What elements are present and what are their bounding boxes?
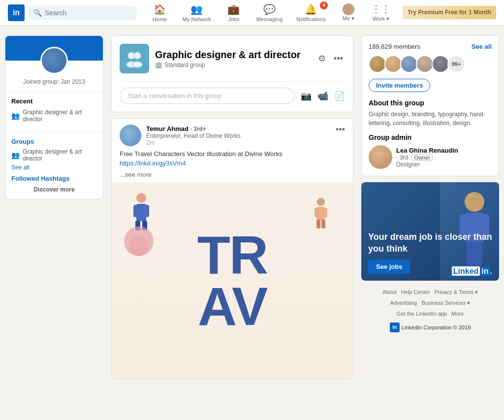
recent-item-label: Graphic designer & art director — [23, 109, 97, 123]
see-all-members-link[interactable]: See all — [472, 43, 492, 50]
travel-illustration: TR AV — [112, 182, 353, 379]
hashtags-title[interactable]: Followed Hashtags — [11, 175, 97, 182]
footer-more[interactable]: More — [451, 311, 464, 317]
nav-jobs[interactable]: 💼 Jobs — [219, 0, 249, 25]
post-avatar — [120, 125, 141, 146]
admin-title-text: Designer — [396, 161, 458, 168]
profile-card: Joined group: Jan 2013 Recent 👥 Graphic … — [5, 35, 103, 199]
post-author-info: Temur Ahmad · 3rd+ Enterpreneur, Head of… — [146, 125, 241, 146]
jobs-icon: 💼 — [227, 3, 240, 15]
group-list-item[interactable]: 👥 Graphic designer & art director — [11, 148, 97, 162]
home-icon: 🏠 — [154, 3, 166, 15]
recent-title: Recent — [11, 97, 97, 105]
more-options-button[interactable]: ••• — [332, 52, 345, 66]
messaging-icon: 💬 — [263, 3, 276, 15]
svg-point-4 — [136, 193, 146, 203]
page-layout: Joined group: Jan 2013 Recent 👥 Graphic … — [1, 35, 503, 380]
linkedin-logo[interactable]: in — [8, 4, 25, 21]
nav-jobs-label: Jobs — [228, 16, 239, 22]
search-bar[interactable]: 🔍 — [29, 6, 137, 20]
nav-me[interactable]: Me ▾ — [334, 0, 363, 25]
group-actions: ⚙ ••• — [316, 51, 345, 66]
post-more-button[interactable]: ••• — [336, 125, 345, 135]
see-jobs-button[interactable]: See jobs — [368, 259, 410, 274]
profile-avatar — [343, 3, 354, 15]
about-title: About this group — [369, 99, 492, 107]
footer-copyright: LinkedIn Corporation © 2019 — [402, 322, 471, 333]
admin-avatar[interactable] — [369, 145, 392, 169]
notifications-badge: 4 — [320, 1, 328, 9]
linkedin-in-badge: in — [480, 266, 490, 276]
svg-point-3 — [132, 62, 142, 67]
linkedin-ad-logo: Linkedin. — [452, 267, 492, 276]
svg-rect-6 — [133, 205, 138, 217]
svg-rect-7 — [144, 205, 149, 217]
footer-privacy[interactable]: Privacy & Terms ▾ — [435, 289, 478, 295]
admin-degree: · 3rd Owner — [396, 154, 458, 161]
footer-help[interactable]: Help Center — [401, 289, 430, 295]
document-button[interactable]: 📄 — [334, 91, 345, 101]
left-sidebar: Joined group: Jan 2013 Recent 👥 Graphic … — [5, 35, 103, 380]
sidebar-avatar[interactable] — [40, 47, 68, 74]
nav-home[interactable]: 🏠 Home — [145, 0, 175, 25]
group-icon-large — [120, 44, 149, 73]
recent-section: Recent 👥 Graphic designer & art director — [5, 91, 103, 131]
see-all-link[interactable]: See all — [11, 164, 97, 171]
search-input[interactable] — [45, 9, 132, 17]
member-avatar-1 — [369, 55, 386, 73]
member-avatar-4 — [416, 55, 434, 73]
svg-rect-12 — [315, 208, 318, 218]
compose-input[interactable]: Start a conversation in this group — [120, 88, 295, 104]
nav-work[interactable]: ⋮⋮ Work ▾ — [365, 0, 397, 25]
compose-bar: Start a conversation in this group 📷 📹 📄 — [120, 81, 345, 104]
groups-section: Groups 👥 Graphic designer & art director… — [5, 131, 103, 199]
group-type-icon: 🏢 — [155, 62, 162, 68]
premium-button[interactable]: Try Premium Free for 1 Month — [403, 6, 496, 20]
groups-title[interactable]: Groups — [11, 138, 97, 145]
notifications-icon: 🔔 — [305, 3, 317, 15]
footer-advertising[interactable]: Advertising — [390, 300, 417, 306]
footer-app[interactable]: Get the LinkedIn app — [397, 311, 447, 317]
members-card: 189,629 members See all 99+ Invite membe… — [361, 35, 499, 176]
post-text: Free Travel Characters Vector Illustrati… — [112, 150, 353, 171]
svg-point-17 — [129, 236, 149, 256]
see-more[interactable]: ...see more — [112, 171, 353, 182]
pink-tree — [122, 222, 156, 262]
work-icon: ⋮⋮ — [371, 3, 391, 15]
footer-brand: in LinkedIn Corporation © 2019 — [361, 322, 499, 333]
settings-button[interactable]: ⚙ — [316, 51, 328, 66]
nav-messaging[interactable]: 💬 Messaging — [251, 0, 288, 25]
member-count-extra: 99+ — [447, 55, 465, 73]
group-header-card: Graphic designer & art director 🏢 Standa… — [111, 35, 353, 112]
nav-network-label: My Network — [183, 16, 211, 22]
nav-items: 🏠 Home 👥 My Network 💼 Jobs 💬 Messaging 🔔… — [145, 0, 496, 25]
discover-more-link[interactable]: Discover more — [11, 186, 97, 193]
footer-about[interactable]: About — [382, 289, 397, 295]
nav-notifications[interactable]: 🔔 4 Notifications — [290, 0, 332, 25]
joined-date: Joined group: Jan 2013 — [5, 78, 103, 91]
nav-home-label: Home — [153, 16, 167, 22]
invite-members-button[interactable]: Invite members — [369, 79, 430, 92]
travel-letters-av: AV — [197, 281, 268, 332]
admin-details: Lea Ghina Renaudin · 3rd Owner Designer — [396, 147, 458, 168]
search-icon: 🔍 — [33, 9, 42, 17]
group-info: Graphic designer & art director 🏢 Standa… — [155, 49, 310, 68]
photo-button[interactable]: 📷 — [301, 91, 312, 101]
recent-item[interactable]: 👥 Graphic designer & art director — [11, 109, 97, 123]
svg-rect-15 — [321, 220, 325, 228]
footer-linkedin-logo: in — [390, 323, 400, 332]
post-author-meta: Enterpreneur, Head of Divine Works — [146, 132, 241, 139]
svg-point-10 — [317, 198, 325, 206]
post-card: Temur Ahmad · 3rd+ Enterpreneur, Head of… — [111, 118, 353, 380]
group-header-top: Graphic designer & art director 🏢 Standa… — [120, 44, 345, 73]
nav-network[interactable]: 👥 My Network — [177, 0, 217, 25]
post-link[interactable]: https://lnkd.in/gy3sVm4 — [120, 160, 345, 167]
footer-business[interactable]: Business Services ▾ — [421, 300, 470, 306]
svg-rect-13 — [323, 208, 327, 218]
video-button[interactable]: 📹 — [317, 91, 328, 101]
member-avatar-5 — [432, 55, 449, 73]
footer-row-1: About Help Center Privacy & Terms ▾ — [361, 287, 499, 297]
post-author-name: Temur Ahmad · 3rd+ — [146, 125, 241, 132]
navigation: in 🔍 🏠 Home 👥 My Network 💼 Jobs 💬 Messag… — [0, 0, 504, 26]
about-text: Graphic design, branding, typography, ha… — [369, 110, 492, 128]
